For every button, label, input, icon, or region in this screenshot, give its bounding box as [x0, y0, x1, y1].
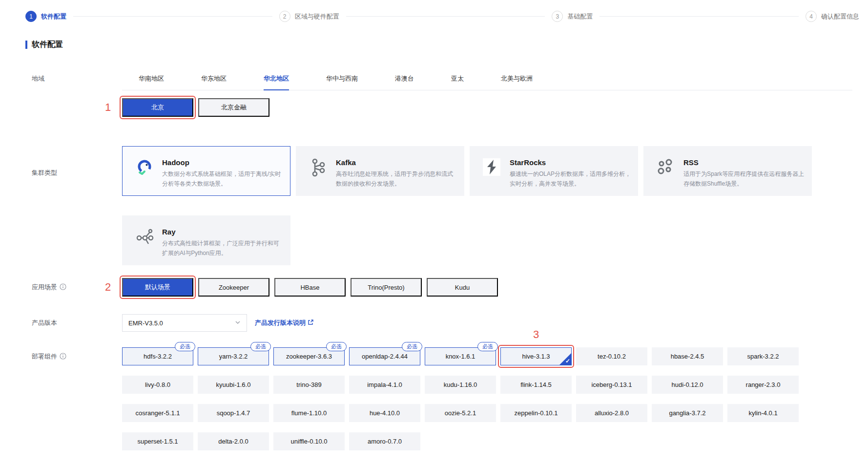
- required-badge: 必选: [175, 342, 195, 351]
- info-icon[interactable]: [60, 283, 66, 292]
- check-icon: ✓: [565, 358, 570, 364]
- region-tab-central-southwest[interactable]: 华中与西南: [326, 74, 358, 90]
- component-button[interactable]: 必选 zookeeper-3.6.3: [273, 347, 345, 365]
- component-name: spark-3.2.2: [747, 353, 779, 360]
- component-name: zeppelin-0.10.1: [515, 409, 558, 417]
- component-button[interactable]: hue-4.10.0: [349, 404, 420, 422]
- cluster-card-starrocks[interactable]: StarRocks 极速统一的OLAP分析数据库，适用多维分析，实时分析，高并发…: [470, 146, 638, 196]
- component-button[interactable]: hbase-2.4.5: [652, 347, 723, 365]
- component-button[interactable]: 必选 hdfs-3.2.2: [122, 347, 193, 365]
- hadoop-elephant-icon: [135, 158, 155, 195]
- cluster-card-ray[interactable]: Ray 分布式高性能计算框架，广泛应用于并行和可扩展的AI与Python应用。: [122, 215, 290, 265]
- scenario-button-zookeeper[interactable]: Zookeeper: [198, 278, 269, 297]
- cluster-card-title: RSS: [683, 158, 805, 167]
- component-button[interactable]: kyuubi-1.6.0: [198, 376, 269, 394]
- component-button[interactable]: spark-3.2.2: [727, 347, 799, 365]
- component-name: openldap-2.4.44: [362, 353, 408, 360]
- kafka-icon: [309, 158, 329, 195]
- city-button-beijing-finance[interactable]: 北京金融: [198, 98, 269, 117]
- component-name: hbase-2.4.5: [671, 353, 704, 360]
- component-name: tez-0.10.2: [598, 353, 626, 360]
- component-name: superset-1.5.1: [137, 438, 178, 445]
- component-name: oozie-5.2.1: [445, 409, 476, 417]
- region-tab-asia-pacific[interactable]: 亚太: [451, 74, 464, 90]
- component-button[interactable]: oozie-5.2.1: [425, 404, 496, 422]
- component-name: impala-4.1.0: [367, 381, 402, 388]
- page-title: 软件配置: [32, 40, 63, 50]
- step-2-region-hardware: 2 区域与硬件配置: [279, 11, 339, 22]
- component-button[interactable]: hudi-0.12.0: [652, 376, 723, 394]
- component-button[interactable]: kudu-1.16.0: [425, 376, 496, 394]
- step-3-circle: 3: [552, 11, 563, 22]
- component-name: hue-4.10.0: [370, 409, 400, 417]
- city-button-beijing[interactable]: 北京: [122, 98, 193, 117]
- release-notes-link[interactable]: 产品发行版本说明: [255, 319, 314, 327]
- scenario-button-hbase[interactable]: HBase: [274, 278, 346, 297]
- component-button[interactable]: 必选 openldap-2.4.44: [349, 347, 420, 365]
- section-title-accent-bar: [25, 41, 27, 49]
- region-tab-north[interactable]: 华北地区: [264, 74, 289, 90]
- rss-icon: [657, 158, 676, 195]
- cluster-type-cards: Hadoop 大数据分布式系统基础框架，适用于离线/实时分析等各类大数据场景。 …: [122, 146, 820, 265]
- scenario-options: 2 默认场景 Zookeeper HBase Trino(Presto) Kud…: [122, 278, 498, 297]
- components-label-wrap: 部署组件: [32, 347, 122, 450]
- component-button[interactable]: sqoop-1.4.7: [198, 404, 269, 422]
- cluster-card-desc: 适用于为Spark等应用程序提供在远程服务器上存储数据Shuffle场景。: [683, 169, 805, 189]
- cluster-card-hadoop[interactable]: Hadoop 大数据分布式系统基础框架，适用于离线/实时分析等各类大数据场景。: [122, 146, 290, 196]
- component-name: amoro-0.7.0: [368, 438, 402, 445]
- component-button[interactable]: tez-0.10.2: [576, 347, 647, 365]
- component-button[interactable]: 必选 knox-1.6.1: [425, 347, 496, 365]
- component-button[interactable]: flink-1.14.5: [500, 376, 572, 394]
- component-name: flume-1.10.0: [291, 409, 327, 417]
- component-button[interactable]: kylin-4.0.1: [727, 404, 799, 422]
- required-badge: 必选: [477, 342, 498, 351]
- step-1-label: 软件配置: [41, 12, 66, 21]
- component-name: ranger-2.3.0: [746, 381, 781, 388]
- component-button[interactable]: uniffle-0.10.0: [273, 432, 345, 450]
- region-tab-hk-mo-tw[interactable]: 港澳台: [395, 74, 414, 90]
- scenario-button-trino-presto[interactable]: Trino(Presto): [351, 278, 422, 297]
- component-name: sqoop-1.4.7: [217, 409, 250, 417]
- cluster-card-desc: 极速统一的OLAP分析数据库，适用多维分析，实时分析，高并发等场景。: [510, 169, 631, 189]
- cluster-card-desc: 分布式高性能计算框架，广泛应用于并行和可扩展的AI与Python应用。: [162, 238, 283, 258]
- ray-icon: [135, 228, 155, 265]
- step-2-circle: 2: [279, 11, 290, 22]
- step-1-software-config: 1 软件配置: [25, 11, 66, 22]
- region-tab-na-europe[interactable]: 北美与欧洲: [501, 74, 533, 90]
- component-button[interactable]: impala-4.1.0: [349, 376, 420, 394]
- component-button[interactable]: ganglia-3.7.2: [652, 404, 723, 422]
- component-name: zookeeper-3.6.3: [286, 353, 332, 360]
- component-button[interactable]: superset-1.5.1: [122, 432, 193, 450]
- cluster-card-rss[interactable]: RSS 适用于为Spark等应用程序提供在远程服务器上存储数据Shuffle场景…: [643, 146, 812, 196]
- component-button[interactable]: livy-0.8.0: [122, 376, 193, 394]
- annotation-number-1: 1: [105, 102, 111, 113]
- cluster-card-title: Hadoop: [162, 158, 283, 167]
- wizard-stepbar: 1 软件配置 2 区域与硬件配置 3 基础配置 4 确认配置信息: [0, 0, 868, 22]
- component-button[interactable]: zeppelin-0.10.1: [500, 404, 572, 422]
- component-button[interactable]: delta-2.0.0: [198, 432, 269, 450]
- cluster-card-title: Kafka: [336, 158, 457, 167]
- step-4-label: 确认配置信息: [821, 12, 859, 21]
- component-button[interactable]: 必选 yarn-3.2.2: [198, 347, 269, 365]
- product-version-value: EMR-V3.5.0: [128, 319, 163, 327]
- annotation-box-1: 1 北京: [120, 96, 196, 119]
- info-icon[interactable]: [60, 353, 66, 361]
- component-button[interactable]: iceberg-0.13.1: [576, 376, 647, 394]
- product-version-select[interactable]: EMR-V3.5.0: [122, 314, 247, 332]
- region-tab-east[interactable]: 华东地区: [201, 74, 227, 90]
- component-button[interactable]: cosranger-5.1.1: [122, 404, 193, 422]
- component-button[interactable]: alluxio-2.8.0: [576, 404, 647, 422]
- component-button[interactable]: flume-1.10.0: [273, 404, 345, 422]
- component-name: livy-0.8.0: [145, 381, 170, 388]
- component-button[interactable]: amoro-0.7.0: [349, 432, 420, 450]
- component-button[interactable]: trino-389: [273, 376, 345, 394]
- scenario-button-kudu[interactable]: Kudu: [427, 278, 498, 297]
- component-button-hive[interactable]: hive-3.1.3 ✓: [500, 347, 572, 365]
- scenario-button-default[interactable]: 默认场景: [122, 278, 193, 297]
- component-button[interactable]: ranger-2.3.0: [727, 376, 799, 394]
- component-name: cosranger-5.1.1: [135, 409, 180, 417]
- product-version-label: 产品版本: [32, 319, 122, 327]
- region-tab-south[interactable]: 华南地区: [139, 74, 164, 90]
- component-name: hive-3.1.3: [522, 353, 550, 360]
- cluster-card-kafka[interactable]: Kafka 高吞吐消息处理系统，适用于异步消息和流式数据的接收和分发场景。: [296, 146, 464, 196]
